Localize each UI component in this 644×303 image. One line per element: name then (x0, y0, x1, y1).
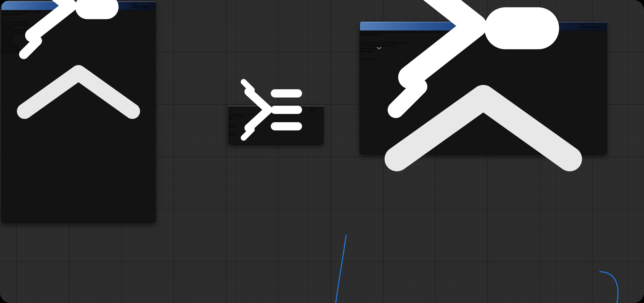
node-header[interactable]: Make Map (229, 106, 323, 114)
node-title: Make Map (310, 107, 320, 112)
wire-offscreen-to-whitelabel[interactable] (333, 235, 361, 303)
node-header[interactable]: Make Web3AuthOptions (360, 22, 607, 31)
node-header[interactable]: Make LoginConfigItem (2, 1, 156, 10)
map-list-icon (232, 72, 308, 148)
blueprint-graph-canvas[interactable]: Make LoginConfigItem Verifier web3auth-f… (0, 0, 644, 303)
struct-pin-icon (5, 0, 130, 68)
wire-web3authoptions-to-offscreen[interactable] (435, 272, 618, 303)
node-title: Make LoginConfigItem (132, 3, 152, 8)
node-title: Make Web3AuthOptions (580, 23, 604, 29)
node-make-loginconfigitem-selection-border: Make LoginConfigItem Verifier web3auth-f… (0, 8, 159, 235)
node-make-loginconfigitem[interactable]: Make LoginConfigItem Verifier web3auth-f… (1, 1, 156, 223)
node-make-web3authoptions[interactable]: Make Web3AuthOptions Client Id BEglQSgt4… (360, 21, 607, 154)
node-make-map[interactable]: Make Map Key 0 facebook Map Value 0 Add … (228, 105, 324, 144)
struct-pin-icon (363, 0, 578, 133)
